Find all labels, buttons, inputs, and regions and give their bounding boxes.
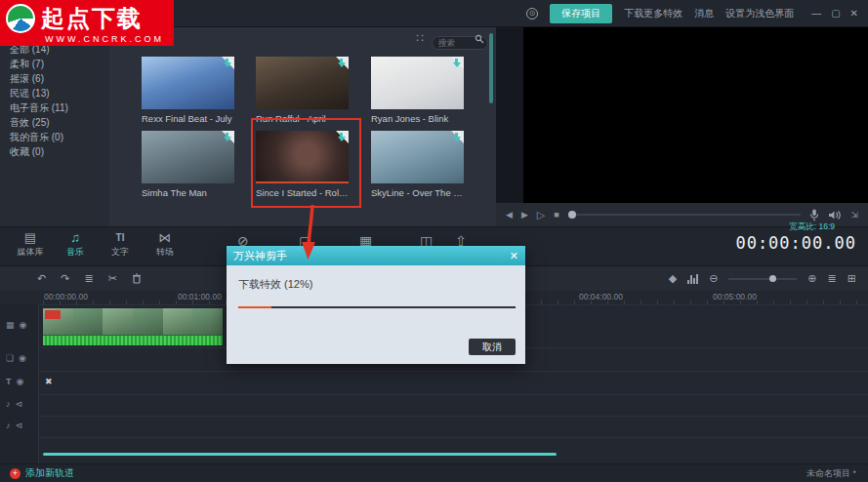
audio-mixer-icon[interactable] bbox=[687, 274, 698, 284]
music-item[interactable]: Run Rafful - April bbox=[256, 57, 350, 124]
redo-icon[interactable]: ↷ bbox=[61, 272, 69, 285]
music-item[interactable]: Ryan Jones - Blink bbox=[371, 57, 465, 124]
fit-timeline-icon[interactable]: ≣ bbox=[828, 272, 837, 285]
add-track-button[interactable]: + 添加新轨道 bbox=[10, 466, 74, 480]
music-item[interactable]: Simha The Man bbox=[142, 131, 235, 198]
window-controls: — ▢ ✕ bbox=[811, 8, 858, 19]
timecode-display: 00:00:00.00 bbox=[735, 233, 856, 253]
watermark-url: WWW.CNCRK.COM bbox=[45, 34, 174, 44]
tab-transition[interactable]: ⋈ 转场 bbox=[143, 231, 187, 259]
sidebar-item-folk[interactable]: 民谣 (13) bbox=[10, 87, 50, 100]
speaker-icon[interactable]: ⊲ bbox=[16, 399, 23, 409]
aspect-ratio-label: 宽高比: 16:9 bbox=[789, 221, 835, 233]
close-button[interactable]: ✕ bbox=[850, 8, 858, 19]
sidebar-item-electronic[interactable]: 电子音乐 (11) bbox=[10, 101, 68, 115]
fullscreen-icon[interactable]: ⇲ bbox=[850, 210, 858, 220]
music-thumbnail bbox=[371, 131, 464, 183]
sidebar-item-soft[interactable]: 柔和 (7) bbox=[10, 58, 44, 71]
download-more-effects-button[interactable]: 下载更多特效 bbox=[624, 7, 682, 20]
tab-text[interactable]: TI 文字 bbox=[98, 231, 143, 259]
eye-icon[interactable]: ◉ bbox=[17, 377, 24, 386]
app-window: ⊙ 保存项目 下载更多特效 消息 设置为浅色界面 — ▢ ✕ 起点下载 WWW.… bbox=[0, 0, 868, 482]
library-scrollbar[interactable] bbox=[489, 33, 493, 103]
music-title: SkyLine - Over The Hills bbox=[371, 187, 465, 198]
overlay-track-icon: ❏ bbox=[6, 353, 14, 363]
split-scissors-icon[interactable]: ✂ bbox=[108, 272, 117, 285]
track-manager-icon[interactable]: ≣ bbox=[84, 272, 93, 285]
search-box bbox=[432, 32, 488, 46]
overlay-track-header[interactable]: ❏◉ bbox=[6, 353, 26, 363]
clip-anchor-icon[interactable]: ✖ bbox=[45, 377, 53, 386]
eye-icon[interactable]: ◉ bbox=[19, 353, 26, 363]
sidebar-item-rock[interactable]: 摇滚 (6) bbox=[10, 72, 44, 86]
play-icon[interactable]: ▷ bbox=[537, 209, 545, 221]
zoom-knob[interactable] bbox=[769, 275, 776, 282]
dialog-close-icon[interactable]: ✕ bbox=[510, 250, 518, 262]
download-arrow-icon[interactable] bbox=[223, 59, 231, 67]
seek-slider[interactable] bbox=[568, 214, 802, 216]
messages-button[interactable]: 消息 bbox=[694, 7, 714, 20]
light-theme-toggle[interactable]: 设置为浅色界面 bbox=[725, 7, 794, 20]
annotation-arrow bbox=[291, 203, 330, 263]
delete-icon[interactable] bbox=[132, 273, 142, 284]
audio-track-header[interactable]: ♪⊲ bbox=[6, 399, 22, 409]
text-track-icon: T bbox=[6, 377, 12, 386]
download-dialog: 万兴神剪手 ✕ 下载特效 (12%) 取消 bbox=[227, 246, 525, 364]
clip-rating-chip bbox=[45, 310, 61, 319]
ruler-label: 00:01:00.00 bbox=[178, 292, 222, 301]
download-arrow-icon[interactable] bbox=[337, 59, 346, 67]
audio-track-icon: ♪ bbox=[6, 399, 11, 409]
music-category-sidebar: 全部 (14) 柔和 (7) 摇滚 (6) 民谣 (13) 电子音乐 (11) … bbox=[0, 27, 109, 226]
download-arrow-icon[interactable] bbox=[452, 133, 461, 141]
video-track-header[interactable]: ▦◉ bbox=[6, 320, 26, 330]
ruler-label: 00:04:00.00 bbox=[579, 292, 623, 301]
watermark-logo-icon bbox=[6, 4, 35, 33]
track-divider bbox=[39, 437, 868, 438]
zoom-out-icon[interactable]: ⊖ bbox=[709, 272, 718, 285]
mic-icon[interactable] bbox=[809, 209, 819, 221]
volume-icon[interactable] bbox=[828, 210, 842, 221]
timeline-view-icon[interactable]: ⊞ bbox=[847, 272, 856, 285]
tab-music[interactable]: ♫ 音乐 bbox=[53, 231, 98, 259]
music-track-header[interactable]: ♪⊲ bbox=[6, 421, 22, 430]
maximize-button[interactable]: ▢ bbox=[831, 8, 840, 19]
download-arrow-icon[interactable] bbox=[223, 133, 231, 141]
video-clip[interactable] bbox=[43, 308, 223, 345]
text-track-header[interactable]: T◉ bbox=[6, 377, 23, 386]
eye-icon[interactable]: ◉ bbox=[20, 320, 27, 330]
zoom-slider[interactable] bbox=[728, 278, 797, 280]
cancel-button[interactable]: 取消 bbox=[469, 339, 516, 355]
undo-icon[interactable]: ↶ bbox=[37, 272, 46, 285]
grid-view-icon[interactable]: ∷ bbox=[416, 31, 424, 45]
prev-frame-icon[interactable]: ◀ bbox=[506, 210, 513, 220]
speaker-icon[interactable]: ⊲ bbox=[16, 421, 23, 430]
sidebar-item-favorites[interactable]: 收藏 (0) bbox=[10, 145, 44, 159]
music-thumbnail bbox=[371, 57, 464, 109]
ruler-label: 00:05:00.00 bbox=[713, 292, 757, 301]
seek-knob[interactable] bbox=[568, 211, 576, 219]
music-item[interactable]: SkyLine - Over The Hills bbox=[371, 131, 465, 198]
sidebar-item-sfx[interactable]: 音效 (25) bbox=[10, 116, 50, 130]
download-arrow-icon[interactable] bbox=[452, 59, 461, 67]
music-title: Simha The Man bbox=[142, 187, 235, 198]
next-frame-icon[interactable]: ▶ bbox=[521, 210, 528, 220]
dialog-title: 万兴神剪手 bbox=[233, 249, 287, 263]
tab-media-library[interactable]: ▤ 媒体库 bbox=[8, 231, 53, 259]
music-thumbnail bbox=[142, 57, 234, 109]
ruler-label: 00:00:00.00 bbox=[44, 292, 88, 301]
music-icon: ♫ bbox=[70, 231, 80, 245]
zoom-in-icon[interactable]: ⊕ bbox=[807, 272, 816, 285]
user-account-icon[interactable]: ⊙ bbox=[526, 8, 538, 20]
media-library-icon: ▤ bbox=[24, 231, 36, 245]
track-header-column: ▦◉ ❏◉ T◉ ♪⊲ ♪⊲ bbox=[0, 304, 39, 463]
timeline-scrollbar[interactable] bbox=[43, 453, 557, 456]
stop-icon[interactable]: ■ bbox=[554, 210, 558, 220]
sidebar-item-my-music[interactable]: 我的音乐 (0) bbox=[10, 131, 63, 144]
marker-icon[interactable]: ◆ bbox=[669, 272, 677, 285]
save-project-button[interactable]: 保存项目 bbox=[550, 4, 612, 23]
track-divider bbox=[39, 416, 868, 417]
minimize-button[interactable]: — bbox=[811, 8, 821, 19]
dialog-title-bar[interactable]: 万兴神剪手 ✕ bbox=[227, 246, 525, 265]
music-item[interactable]: Rexx Final Beat - July bbox=[142, 57, 235, 124]
search-icon bbox=[475, 34, 484, 44]
